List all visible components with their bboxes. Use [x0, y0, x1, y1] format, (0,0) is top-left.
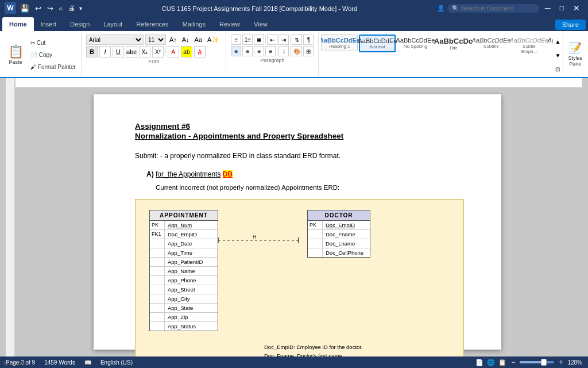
qat-undo[interactable]: ↩ [33, 3, 43, 14]
style-emphasis[interactable]: AaBbCcDdEe Emphasis [548, 34, 552, 51]
close-btn[interactable]: ✕ [570, 3, 583, 13]
font-color-button[interactable]: A [194, 46, 206, 57]
bold-button[interactable]: B [86, 46, 98, 57]
highlight-button[interactable]: ab [181, 46, 192, 57]
styles-pane-button[interactable]: 📝 Styles Pane [563, 32, 587, 76]
tab-mailings[interactable]: Mailings [176, 17, 212, 31]
font-size-select[interactable]: 11 [145, 34, 166, 45]
align-left-button[interactable]: ≡ [231, 46, 241, 56]
align-right-button[interactable]: ≡ [254, 46, 264, 56]
strikethrough-button[interactable]: abc [126, 46, 137, 57]
erd-container: APPOINTMENT PK App_Num FK1 Doc_EmpID App… [135, 199, 464, 356]
tab-view[interactable]: View [247, 17, 274, 31]
style-heading1[interactable]: AaBbCcDdEe Heading 1 [321, 34, 358, 51]
left-margin [0, 87, 6, 356]
increase-indent-button[interactable]: ⇥ [278, 34, 289, 45]
grow-font-button[interactable]: A↑ [168, 36, 179, 44]
style-subtitle[interactable]: AaBbCcDdEe Subtitle [473, 34, 509, 51]
tab-insert[interactable]: Insert [34, 17, 64, 31]
tab-review[interactable]: Review [212, 17, 247, 31]
word-count[interactable]: 1459 Words [44, 359, 75, 366]
right-margin [580, 87, 588, 356]
ruler: /* ruler ticks rendered in CSS */ [16, 78, 582, 87]
copy-button[interactable]: 📄 Copy [29, 49, 78, 60]
zoom-level[interactable]: 128% [567, 359, 582, 366]
style-title[interactable]: AaBbCcDc Title [435, 34, 471, 53]
shading-button[interactable]: 🎨 [292, 46, 302, 56]
superscript-button[interactable]: X² [152, 46, 164, 57]
doc-title-line2: Normalization - Appointments and Propert… [135, 132, 464, 140]
layout-web-btn[interactable]: 🌐 [487, 359, 495, 366]
tab-home[interactable]: Home [2, 17, 34, 31]
layout-outline-btn[interactable]: 📋 [498, 359, 506, 366]
borders-button[interactable]: ⊞ [303, 46, 314, 56]
zoom-slider[interactable] [520, 361, 554, 363]
style-normal[interactable]: AaBbCcDdEe Normal [359, 34, 396, 52]
qat-autosave[interactable]: ⎌ [57, 4, 64, 13]
styles-expand[interactable]: ⊡ [555, 66, 561, 72]
cut-button[interactable]: ✂ Cut [29, 37, 78, 48]
sort-button[interactable]: ⇅ [292, 34, 302, 45]
minimize-btn[interactable]: ─ [541, 3, 554, 13]
qat-save[interactable]: 💾 [18, 3, 31, 14]
line-spacing-button[interactable]: ↕ [278, 46, 289, 56]
clear-format-button[interactable]: Aa [193, 36, 204, 44]
underline-button[interactable]: U [113, 46, 124, 57]
font-name-select[interactable]: Arial [86, 34, 144, 45]
tab-design[interactable]: Design [63, 17, 96, 31]
svg-text:H: H [253, 234, 257, 240]
window-title: CUS 1165 Project Assignments Fall 2018 [… [162, 5, 357, 12]
search-icon: 🔍 [452, 5, 459, 12]
account-icon[interactable]: 👤 [437, 5, 445, 12]
search-box-container: 🔍 [447, 4, 539, 13]
styles-scroll-up[interactable]: ▲ [555, 39, 561, 45]
doc-submit: Submit: - a properly normalized ERD in c… [135, 152, 464, 160]
italic-button[interactable]: I [99, 46, 111, 57]
language-icon[interactable]: 📖 [84, 359, 91, 366]
style-no-spacing[interactable]: AaBbCcDdEe No Spacing [397, 34, 434, 51]
tab-layout[interactable]: Layout [96, 17, 129, 31]
clipboard-group: 📋 Paste ✂ Cut 📄 Copy 🖌 Format Painter Cl… [1, 32, 82, 76]
style-subtle-emphasis[interactable]: AaBbCcDdEe Subtle Emph... [510, 34, 547, 56]
styles-group: AaBbCcDdEe Heading 1 AaBbCcDdEe Normal A… [319, 32, 563, 76]
maximize-btn[interactable]: □ [556, 4, 567, 12]
document-page: Assignment #6 Normalization - Appointmen… [94, 94, 501, 350]
paragraph-group-label: Paragraph [231, 57, 314, 63]
numbering-button[interactable]: 1≡ [242, 34, 253, 45]
doctor-table: DOCTOR PK Doc_EmpID Doc_Fname Doc_Lname [307, 210, 370, 258]
paste-button[interactable]: 📋 Paste [5, 33, 26, 76]
doc-current-erd: Current incorrect (not properly normaliz… [156, 184, 464, 191]
decrease-indent-button[interactable]: ⇤ [267, 34, 277, 45]
font-group-label: Font [86, 59, 222, 64]
doc-section-a: A) for_the Appointments DB [146, 170, 464, 178]
language-indicator[interactable]: English (US) [100, 359, 133, 366]
doc-title-line1: Assignment #6 [135, 122, 464, 131]
document-area[interactable]: Assignment #6 Normalization - Appointmen… [15, 87, 580, 356]
font-group: Arial 11 A↑ A↓ Aa A✨ B I U abc X₂ X² A a… [82, 32, 227, 76]
appointment-table: APPOINTMENT PK App_Num FK1 Doc_EmpID App… [149, 210, 218, 331]
zoom-out-btn[interactable]: − [510, 358, 516, 366]
zoom-in-btn[interactable]: + [558, 358, 564, 366]
erd-legend: Doc_EmpID: Employee ID for the doctor. D… [264, 343, 450, 356]
text-color-button[interactable]: A [168, 46, 179, 57]
format-painter-button[interactable]: 🖌 Format Painter [29, 62, 78, 72]
align-center-button[interactable]: ≡ [242, 46, 253, 56]
vertical-ruler [6, 87, 15, 356]
layout-print-btn[interactable]: 📄 [475, 359, 483, 366]
bullets-button[interactable]: ≡ [231, 34, 241, 45]
tab-references[interactable]: References [129, 17, 175, 31]
shrink-font-button[interactable]: A↓ [180, 36, 191, 44]
qat-more[interactable]: ▾ [79, 5, 82, 12]
text-effects-button[interactable]: A✨ [206, 36, 221, 44]
qat-print[interactable]: 🖨 [67, 3, 77, 13]
paragraph-group: ≡ 1≡ ≣ ⇤ ⇥ ⇅ ¶ ≡ ≡ ≡ ≡ ↕ 🎨 ⊞ Paragraph [226, 32, 319, 76]
justify-button[interactable]: ≡ [265, 46, 276, 56]
show-marks-button[interactable]: ¶ [303, 34, 314, 45]
styles-scroll-down[interactable]: ▼ [555, 52, 561, 59]
subscript-button[interactable]: X₂ [139, 46, 150, 57]
search-input[interactable] [461, 5, 530, 12]
share-button[interactable]: Share [555, 20, 586, 30]
erd-connector-line: H [218, 232, 310, 249]
qat-redo[interactable]: ↪ [45, 3, 55, 14]
multilevel-list-button[interactable]: ≣ [254, 34, 264, 45]
